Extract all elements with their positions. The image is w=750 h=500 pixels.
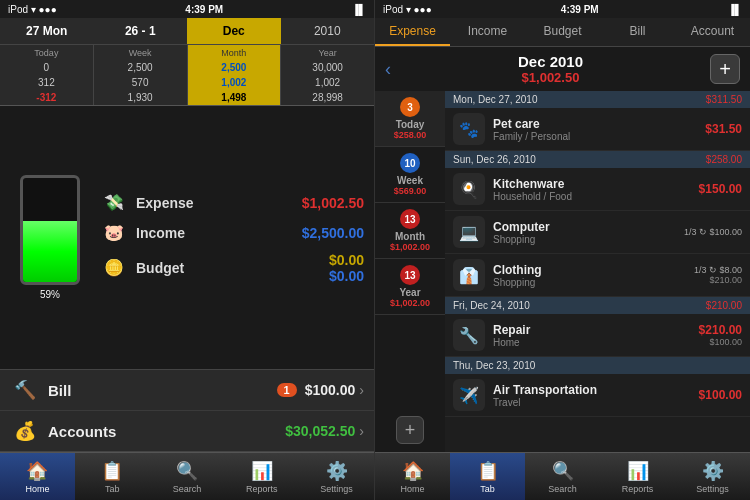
right-nav-home[interactable]: 🏠 Home <box>375 453 450 500</box>
accounts-label: Accounts <box>48 423 285 440</box>
petcare-amount: $31.50 <box>705 122 742 136</box>
cal-col-week[interactable]: 26 - 1 <box>94 18 188 44</box>
month-amount: $1,002.50 <box>518 70 583 85</box>
home-icon: 🏠 <box>26 460 48 482</box>
cal-col-year[interactable]: 2010 <box>281 18 375 44</box>
add-transaction-button[interactable]: + <box>710 54 740 84</box>
tx-kitchenware[interactable]: 🍳 Kitchenware Household / Food $150.00 <box>445 168 750 211</box>
battery-container: 59% <box>10 114 90 361</box>
stats-header-row: Today Week Month Year <box>0 45 374 60</box>
left-device-name: iPod ▾ ●●● <box>8 4 57 15</box>
stats-month-r3: 1,498 <box>188 90 282 105</box>
repair-info: Repair Home <box>493 323 699 348</box>
income-label: Income <box>136 225 294 241</box>
stats-year-r1: 30,000 <box>281 60 374 75</box>
repair-amount-col: $210.00 $100.00 <box>699 323 742 347</box>
left-nav-search[interactable]: 🔍 Search <box>150 453 225 500</box>
month-title: Dec 2010 $1,002.50 <box>518 53 583 85</box>
today-amount: $258.00 <box>394 130 427 140</box>
period-today[interactable]: 3 Today $258.00 <box>375 91 445 147</box>
right-home-icon: 🏠 <box>402 460 424 482</box>
income-icon: 🐷 <box>100 222 128 244</box>
left-nav-home-label: Home <box>25 484 49 494</box>
tx-repair[interactable]: 🔧 Repair Home $210.00 $100.00 <box>445 314 750 357</box>
stats-today-r2: 312 <box>0 75 94 90</box>
battery-icon <box>20 175 80 285</box>
date-header-dec27: Mon, Dec 27, 2010 $311.50 <box>445 91 750 108</box>
left-time: 4:39 PM <box>185 4 223 15</box>
tab-income[interactable]: Income <box>450 18 525 46</box>
left-nav-reports[interactable]: 📊 Reports <box>224 453 299 500</box>
right-panel: iPod ▾ ●●● 4:39 PM ▐▌ Expense Income Bud… <box>375 0 750 500</box>
right-nav-tab[interactable]: 📋 Tab <box>450 453 525 500</box>
computer-icon: 💻 <box>453 216 485 248</box>
accounts-amount: $30,052.50 <box>285 423 355 439</box>
tab-account[interactable]: Account <box>675 18 750 46</box>
expense-icon: 💸 <box>100 192 128 214</box>
stats-header-month: Month <box>188 45 282 60</box>
left-nav-home[interactable]: 🏠 Home <box>0 453 75 500</box>
right-nav-settings-label: Settings <box>696 484 729 494</box>
stats-month-r2: 1,002 <box>188 75 282 90</box>
right-nav-settings[interactable]: ⚙️ Settings <box>675 453 750 500</box>
air-transport-category: Travel <box>493 397 699 408</box>
period-add-section: + <box>375 315 445 452</box>
stats-row-2: 312 570 1,002 1,002 <box>0 75 374 90</box>
period-month[interactable]: 13 Month $1,002.00 <box>375 203 445 259</box>
left-nav-tab-label: Tab <box>105 484 120 494</box>
left-nav-search-label: Search <box>173 484 202 494</box>
tab-budget[interactable]: Budget <box>525 18 600 46</box>
reports-icon: 📊 <box>251 460 273 482</box>
kitchenware-category: Household / Food <box>493 191 699 202</box>
right-tab-icon: 📋 <box>477 460 499 482</box>
bill-row[interactable]: 🔨 Bill 1 $100.00 › <box>0 370 374 411</box>
expense-row: 💸 Expense $1,002.50 <box>100 192 364 214</box>
clothing-installment: 1/3 ↻ $8.00 <box>694 265 742 275</box>
date-amount-dec24: $210.00 <box>706 300 742 311</box>
settings-icon: ⚙️ <box>326 460 348 482</box>
budget-amount1: $0.00 <box>329 252 364 268</box>
tx-clothing[interactable]: 👔 Clothing Shopping 1/3 ↻ $8.00 $210.00 <box>445 254 750 297</box>
left-nav-tab[interactable]: 📋 Tab <box>75 453 150 500</box>
right-status-bar: iPod ▾ ●●● 4:39 PM ▐▌ <box>375 0 750 18</box>
petcare-info: Pet care Family / Personal <box>493 117 705 142</box>
battery-percentage: 59% <box>40 289 60 300</box>
search-icon: 🔍 <box>176 460 198 482</box>
left-nav-reports-label: Reports <box>246 484 278 494</box>
right-nav-reports[interactable]: 📊 Reports <box>600 453 675 500</box>
computer-installment: 1/3 ↻ $100.00 <box>684 227 742 237</box>
air-transport-info: Air Transportation Travel <box>493 383 699 408</box>
period-add-button[interactable]: + <box>396 416 424 444</box>
tx-petcare[interactable]: 🐾 Pet care Family / Personal $31.50 <box>445 108 750 151</box>
cal-col-day[interactable]: 27 Mon <box>0 18 94 44</box>
accounts-row[interactable]: 💰 Accounts $30,052.50 › <box>0 411 374 451</box>
bill-icon: 🔨 <box>10 376 40 404</box>
stats-week-r1: 2,500 <box>94 60 188 75</box>
clothing-amount-col: 1/3 ↻ $8.00 $210.00 <box>694 265 742 285</box>
kitchenware-amount: $150.00 <box>699 182 742 196</box>
accounts-icon: 💰 <box>10 417 40 445</box>
left-nav-settings[interactable]: ⚙️ Settings <box>299 453 374 500</box>
period-year[interactable]: 13 Year $1,002.00 <box>375 259 445 315</box>
bill-chevron-icon: › <box>359 382 364 398</box>
accounts-chevron-icon: › <box>359 423 364 439</box>
month-period-amount: $1,002.00 <box>390 242 430 252</box>
tx-air-transport[interactable]: ✈️ Air Transportation Travel $100.00 <box>445 374 750 417</box>
air-transport-amount: $100.00 <box>699 388 742 402</box>
tx-computer[interactable]: 💻 Computer Shopping 1/3 ↻ $100.00 <box>445 211 750 254</box>
repair-name: Repair <box>493 323 699 337</box>
stats-week-r3: 1,930 <box>94 90 188 105</box>
clothing-category: Shopping <box>493 277 694 288</box>
income-row: 🐷 Income $2,500.00 <box>100 222 364 244</box>
cal-col-month[interactable]: Dec <box>187 18 281 44</box>
kitchenware-info: Kitchenware Household / Food <box>493 177 699 202</box>
repair-category: Home <box>493 337 699 348</box>
tab-expense[interactable]: Expense <box>375 18 450 46</box>
date-header-dec26: Sun, Dec 26, 2010 $258.00 <box>445 151 750 168</box>
month-name: Dec 2010 <box>518 53 583 70</box>
right-nav-search[interactable]: 🔍 Search <box>525 453 600 500</box>
prev-month-button[interactable]: ‹ <box>385 59 391 80</box>
period-week[interactable]: 10 Week $569.00 <box>375 147 445 203</box>
calendar-header: 27 Mon 26 - 1 Dec 2010 <box>0 18 374 45</box>
tab-bill[interactable]: Bill <box>600 18 675 46</box>
